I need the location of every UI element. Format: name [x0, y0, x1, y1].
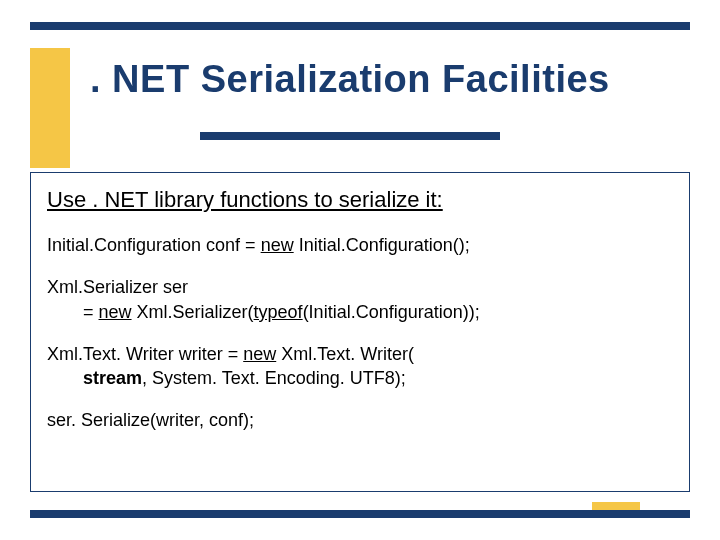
code-text: (Initial.Configuration)); [303, 302, 480, 322]
top-divider [30, 22, 690, 30]
code-text: , System. Text. Encoding. UTF8); [142, 368, 406, 388]
code-indent: = new Xml.Serializer(typeof(Initial.Conf… [47, 300, 480, 324]
content-box: Use . NET library functions to serialize… [30, 172, 690, 492]
accent-block-bottom [592, 502, 640, 510]
code-text: = [83, 302, 99, 322]
code-text: stream [83, 368, 142, 388]
code-text: Xml.Serializer( [132, 302, 254, 322]
code-text: Initial.Configuration conf = [47, 235, 261, 255]
accent-block-top [30, 48, 70, 168]
code-line-3: Xml.Text. Writer writer = new Xml.Text. … [47, 342, 673, 391]
code-keyword: new [261, 235, 294, 255]
code-text: Xml.Text. Writer( [276, 344, 414, 364]
code-keyword: typeof [254, 302, 303, 322]
slide-title: . NET Serialization Facilities [90, 58, 690, 101]
code-indent: stream, System. Text. Encoding. UTF8); [47, 366, 406, 390]
code-line-4: ser. Serialize(writer, conf); [47, 408, 673, 432]
code-keyword: new [99, 302, 132, 322]
code-text: Xml.Serializer ser [47, 277, 188, 297]
code-text: Initial.Configuration(); [294, 235, 470, 255]
code-line-1: Initial.Configuration conf = new Initial… [47, 233, 673, 257]
code-line-2: Xml.Serializer ser = new Xml.Serializer(… [47, 275, 673, 324]
content-subhead: Use . NET library functions to serialize… [47, 187, 673, 213]
title-underline [200, 132, 500, 140]
bottom-divider [30, 510, 690, 518]
code-text: Xml.Text. Writer writer = [47, 344, 243, 364]
code-keyword: new [243, 344, 276, 364]
